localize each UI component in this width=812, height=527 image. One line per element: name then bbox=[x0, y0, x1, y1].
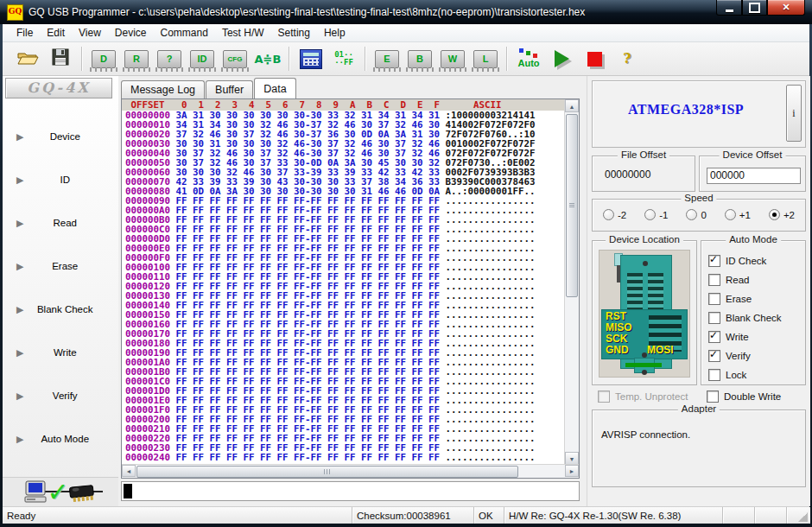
menu-command[interactable]: Command bbox=[154, 25, 215, 41]
scroll-right-arrow-icon[interactable]: ► bbox=[565, 465, 579, 477]
erase-device-button[interactable]: E bbox=[371, 45, 403, 73]
tab-buffer[interactable]: Buffer bbox=[206, 80, 253, 98]
chip-icon: L bbox=[473, 50, 498, 68]
checkbox-icon bbox=[707, 390, 719, 403]
automode-id-check-checkbox[interactable]: ID Check bbox=[708, 251, 805, 270]
write-device-button[interactable]: W bbox=[436, 45, 469, 73]
checkbox-icon bbox=[708, 331, 720, 343]
sidebar-item-label: Read bbox=[23, 218, 106, 228]
socket-screw-icon bbox=[643, 261, 648, 266]
device-id-button[interactable]: ID bbox=[186, 45, 219, 73]
help-button[interactable]: ? bbox=[611, 45, 644, 73]
pin-label-gnd: GND bbox=[606, 345, 629, 356]
chip-icon: ID bbox=[190, 50, 214, 68]
sidebar-item-erase[interactable]: ▶Erase bbox=[3, 257, 118, 275]
app-icon-text: GQ bbox=[9, 7, 22, 16]
double-write-checkbox[interactable]: Double Write bbox=[707, 390, 781, 403]
speed-option-2[interactable]: -2 bbox=[603, 209, 626, 220]
automode-blank-check-checkbox[interactable]: Blank Check bbox=[708, 308, 805, 327]
compare-buffer-button[interactable]: A≑B bbox=[251, 45, 284, 73]
horizontal-scroll-thumb[interactable] bbox=[136, 466, 518, 478]
device-name: ATMEGA328*ISP bbox=[593, 102, 779, 117]
scroll-up-arrow-icon[interactable]: ▲ bbox=[565, 99, 579, 112]
verify-device-button[interactable]: ? bbox=[153, 45, 186, 73]
blank-check-device-button[interactable]: B bbox=[403, 45, 436, 73]
device-offset-input[interactable]: 000000 bbox=[707, 168, 801, 184]
speed-option-label: 0 bbox=[701, 210, 706, 220]
command-input[interactable] bbox=[121, 481, 580, 501]
resize-grip[interactable] bbox=[787, 507, 809, 524]
sidebar-item-write[interactable]: ▶Write bbox=[3, 344, 118, 361]
menu-setting[interactable]: Setting bbox=[271, 25, 317, 41]
minimize-button[interactable] bbox=[716, 0, 742, 16]
menu-test-h-w[interactable]: Test H/W bbox=[215, 25, 271, 41]
device-select-button[interactable]: D bbox=[87, 45, 120, 73]
device-config-button[interactable]: CFG bbox=[219, 45, 251, 73]
menu-file[interactable]: File bbox=[10, 25, 40, 41]
radio-icon bbox=[769, 209, 780, 220]
sidebar-item-read[interactable]: ▶Read bbox=[3, 214, 118, 232]
speed-option-1[interactable]: -1 bbox=[644, 209, 668, 220]
automode-erase-checkbox[interactable]: Erase bbox=[708, 289, 805, 308]
sidebar-item-verify[interactable]: ▶Verify bbox=[3, 387, 118, 404]
close-button[interactable]: ✕ bbox=[767, 0, 805, 16]
chip-letter: B bbox=[409, 51, 431, 67]
arrow-right-icon: ▶ bbox=[16, 261, 23, 272]
maximize-button[interactable] bbox=[742, 0, 767, 16]
auto-label: Auto bbox=[517, 59, 539, 68]
speed-option-2[interactable]: +2 bbox=[769, 209, 795, 220]
speed-option-0[interactable]: 0 bbox=[686, 209, 706, 220]
tab-data[interactable]: Data bbox=[254, 78, 295, 98]
temp-unprotect-checkbox[interactable]: Temp. Unprotect bbox=[598, 390, 688, 403]
text-cursor bbox=[124, 484, 132, 498]
calculator-button[interactable] bbox=[295, 45, 327, 73]
automode-option-label: Lock bbox=[726, 370, 746, 380]
stop-button[interactable] bbox=[578, 45, 611, 73]
color-square-icon bbox=[526, 51, 530, 55]
sidebar-item-blank-check[interactable]: ▶Blank Check bbox=[3, 301, 118, 318]
automode-verify-checkbox[interactable]: Verify bbox=[708, 346, 805, 365]
save-button[interactable] bbox=[44, 45, 77, 73]
fill-buffer-button[interactable]: 01·· ··FF bbox=[327, 45, 360, 73]
chip-icon: D bbox=[92, 50, 116, 68]
menubar: FileEditViewDeviceCommandTest H/WSetting… bbox=[3, 24, 809, 42]
automode-option-label: Erase bbox=[726, 294, 752, 304]
stop-icon bbox=[587, 52, 602, 67]
auto-mode-group: Auto Mode ID CheckReadEraseBlank CheckWr… bbox=[701, 240, 806, 385]
sidebar-item-auto-mode[interactable]: ▶Auto Mode bbox=[3, 430, 118, 448]
menu-view[interactable]: View bbox=[72, 25, 108, 41]
menu-edit[interactable]: Edit bbox=[40, 25, 72, 41]
vertical-scroll-thumb[interactable] bbox=[566, 114, 578, 297]
hex-viewer[interactable]: OFFSET 0 1 2 3 4 5 6 7 8 9 A B C D E F A… bbox=[121, 98, 580, 479]
automode-lock-checkbox[interactable]: Lock bbox=[708, 365, 805, 384]
lock-device-button[interactable]: L bbox=[469, 45, 502, 73]
compare-icon: A≑B bbox=[255, 54, 282, 65]
speed-option-1[interactable]: +1 bbox=[725, 209, 751, 220]
chip-legs-icon bbox=[188, 67, 216, 72]
sidebar-item-label: Erase bbox=[23, 261, 106, 271]
open-button[interactable] bbox=[11, 45, 44, 73]
scroll-left-arrow-icon[interactable]: ◄ bbox=[122, 465, 136, 477]
tab-message-log[interactable]: Message Log bbox=[121, 80, 205, 98]
adapter-text: AVRISP connection. bbox=[601, 429, 805, 440]
checkbox-icon bbox=[708, 350, 720, 362]
horizontal-scrollbar[interactable]: ◄ ► bbox=[122, 464, 579, 478]
menu-help[interactable]: Help bbox=[317, 25, 352, 41]
automode-write-checkbox[interactable]: Write bbox=[708, 327, 805, 346]
menu-device[interactable]: Device bbox=[108, 25, 154, 41]
sidebar-item-device[interactable]: ▶Device bbox=[3, 128, 118, 145]
device-info-button[interactable]: i bbox=[786, 85, 802, 142]
automode-option-label: Read bbox=[726, 275, 750, 285]
chip-letter: E bbox=[376, 51, 398, 67]
vertical-scrollbar[interactable]: ▲ ▼ bbox=[564, 99, 579, 465]
sidebar-item-id[interactable]: ▶ID bbox=[3, 171, 118, 188]
run-button[interactable] bbox=[545, 45, 578, 73]
auto-program-button[interactable]: Auto bbox=[512, 45, 545, 73]
radio-icon bbox=[686, 209, 697, 220]
help-icon: ? bbox=[623, 52, 631, 66]
scroll-down-arrow-icon[interactable]: ▼ bbox=[565, 452, 579, 465]
read-device-button[interactable]: R bbox=[120, 45, 153, 73]
device-panel: ATMEGA328*ISP i File Offset 00000000 Dev… bbox=[587, 76, 810, 506]
automode-read-checkbox[interactable]: Read bbox=[708, 270, 805, 289]
status-ok: OK bbox=[474, 507, 504, 524]
